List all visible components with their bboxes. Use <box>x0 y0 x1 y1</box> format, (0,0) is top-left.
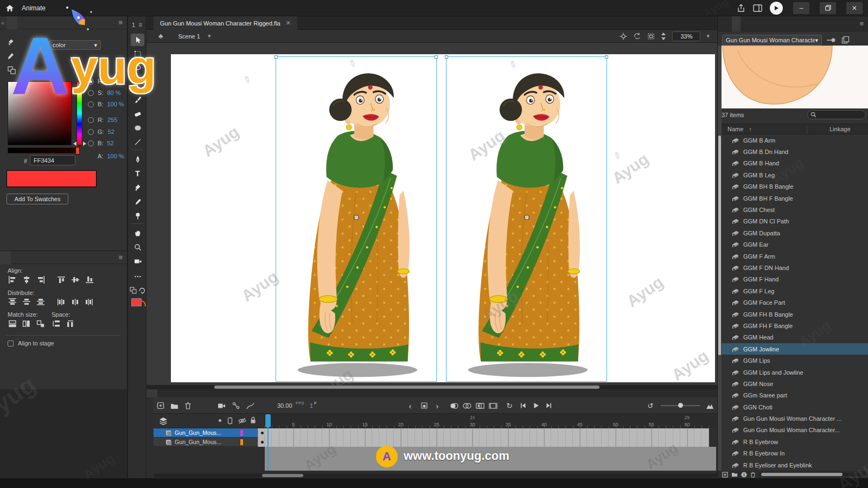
library-item[interactable]: GGM BH B Bangle <box>718 181 868 192</box>
step-forward-button[interactable] <box>543 400 555 412</box>
distribute-right-button[interactable] <box>84 297 95 307</box>
edit-scene-icon[interactable]: ♣ <box>146 32 169 40</box>
selection-handle[interactable] <box>435 55 438 59</box>
close-button[interactable]: ✕ <box>846 2 863 14</box>
distribute-left-button[interactable] <box>55 297 67 307</box>
s-radio[interactable] <box>88 90 94 96</box>
library-item[interactable]: GGM Face Part <box>718 297 868 308</box>
panel-tab[interactable] <box>0 251 11 264</box>
new-symbol-button[interactable] <box>722 472 728 478</box>
space-vertical-button[interactable] <box>50 319 62 329</box>
panel-menu-icon[interactable]: ≡ <box>859 20 864 28</box>
add-to-swatches-button[interactable]: Add To Swatches <box>7 194 68 204</box>
symbol-selection-box[interactable] <box>446 56 607 382</box>
library-item[interactable]: GGM Lips <box>718 355 868 366</box>
layer-frames-row[interactable] <box>258 428 709 438</box>
align-horizontal-center-button[interactable] <box>21 275 33 285</box>
previous-keyframe-button[interactable]: ‹ <box>404 400 416 412</box>
play-button[interactable] <box>530 400 542 412</box>
step-back-button[interactable] <box>517 400 529 412</box>
new-library-panel-icon[interactable] <box>841 36 850 44</box>
collapse-panel-icon[interactable]: « <box>0 20 7 26</box>
panel-tab[interactable] <box>751 16 760 31</box>
new-layer-button[interactable] <box>155 400 167 412</box>
selection-handle[interactable] <box>445 55 448 59</box>
r-radio[interactable] <box>88 117 94 123</box>
delete-layer-button[interactable] <box>182 400 194 412</box>
text-tool[interactable]: T <box>131 167 144 179</box>
panel-tab[interactable] <box>742 16 750 31</box>
selection-handle[interactable] <box>275 55 278 59</box>
line-tool[interactable] <box>131 136 144 148</box>
zoom-dropdown-icon[interactable]: ▾ <box>706 33 710 40</box>
timeline-h-scrollbar-thumb[interactable] <box>262 474 303 477</box>
match-width-height-button[interactable] <box>35 319 47 329</box>
new-folder-button[interactable] <box>731 472 738 477</box>
align-top-button[interactable] <box>55 275 67 285</box>
workspace-layout-icon[interactable] <box>753 4 762 12</box>
alpha-slider-handle[interactable] <box>75 147 80 155</box>
align-vertical-center-button[interactable] <box>69 275 81 285</box>
h-radio[interactable] <box>88 79 94 85</box>
library-h-scrollbar[interactable] <box>759 473 866 476</box>
sort-ascending-icon[interactable]: ↑ <box>743 126 752 132</box>
panel-tab[interactable] <box>157 389 168 397</box>
scene-name[interactable]: Scene 1 <box>169 33 208 40</box>
panel-menu-icon[interactable]: ≡ <box>118 253 123 261</box>
pin-library-icon[interactable] <box>826 37 836 43</box>
library-item[interactable]: GGM Nose <box>718 378 868 389</box>
timeline-zoom-slider[interactable] <box>661 405 700 406</box>
library-item[interactable]: GGM BH F Bangle <box>718 192 868 204</box>
frame-range-button[interactable] <box>487 400 499 412</box>
library-document-dropdown[interactable]: Gun Gun Mousi Woman Character Rigg...▾ <box>722 35 822 46</box>
test-movie-play-button[interactable] <box>770 2 783 15</box>
align-right-button[interactable] <box>35 275 47 285</box>
next-keyframe-button[interactable]: › <box>431 400 443 412</box>
loop-playback-button[interactable]: ↻ <box>503 400 515 412</box>
library-item[interactable]: GGM B Arm <box>718 134 868 146</box>
hand-tool[interactable] <box>131 227 144 239</box>
hue-slider-handle[interactable] <box>73 141 86 146</box>
swap-stroke-fill-icon[interactable] <box>8 66 16 74</box>
b2-radio[interactable] <box>88 140 94 146</box>
library-item[interactable]: GGM F Leg <box>718 285 868 297</box>
insert-keyframe-button[interactable] <box>418 400 430 412</box>
b-value[interactable]: 100 % <box>107 101 124 107</box>
fps-value[interactable]: 30.00 <box>277 402 292 409</box>
layer-row[interactable]: Gun_Gun_Mous... <box>154 428 265 438</box>
space-horizontal-button[interactable] <box>65 319 76 329</box>
new-folder-button[interactable] <box>168 400 180 412</box>
library-item[interactable]: R B Eyeliser and Eyeblink <box>718 459 868 471</box>
h-value[interactable]: 0 ° <box>107 78 115 85</box>
fill-color-swatch[interactable] <box>131 298 142 306</box>
add-camera-button[interactable] <box>215 400 227 412</box>
stroke-pencil-icon[interactable] <box>7 52 15 60</box>
zoom-tool[interactable] <box>131 241 144 253</box>
edit-multiple-frames-button[interactable] <box>474 400 486 412</box>
fill-bucket-icon[interactable] <box>7 38 15 47</box>
library-item[interactable]: GGM Chest <box>718 204 868 215</box>
library-item[interactable]: Gun Gun Mousi Woman Character... <box>718 425 868 436</box>
name-column-header[interactable]: Name <box>718 126 743 132</box>
distribute-vertical-center-button[interactable] <box>21 297 33 307</box>
onion-skin-outlines-button[interactable] <box>461 400 473 412</box>
color-picker-cursor[interactable] <box>56 83 61 88</box>
library-item[interactable]: GGM F Arm <box>718 251 868 262</box>
item-properties-button[interactable] <box>741 472 747 478</box>
library-v-scrollbar[interactable] <box>718 46 722 478</box>
lasso-tool[interactable] <box>131 62 144 74</box>
center-stage-icon[interactable] <box>620 33 627 40</box>
rotation-tool-icon[interactable] <box>633 32 641 40</box>
show-parenting-button[interactable] <box>230 400 242 412</box>
panel-tab[interactable] <box>17 16 28 29</box>
zoom-level-input[interactable]: 33% <box>672 31 700 41</box>
timeline-h-scrollbar[interactable] <box>154 473 717 478</box>
reset-timeline-zoom-button[interactable]: ↺ <box>644 400 656 412</box>
stage-h-scrollbar[interactable] <box>146 385 717 389</box>
library-item[interactable]: GGM Ear <box>718 239 868 251</box>
library-item[interactable]: GGM DN Cl Path <box>718 216 868 227</box>
share-icon[interactable] <box>737 4 745 12</box>
asset-warp-tool[interactable] <box>131 209 144 222</box>
symbol-selection-box[interactable] <box>276 56 437 382</box>
library-search-box[interactable] <box>807 110 866 119</box>
